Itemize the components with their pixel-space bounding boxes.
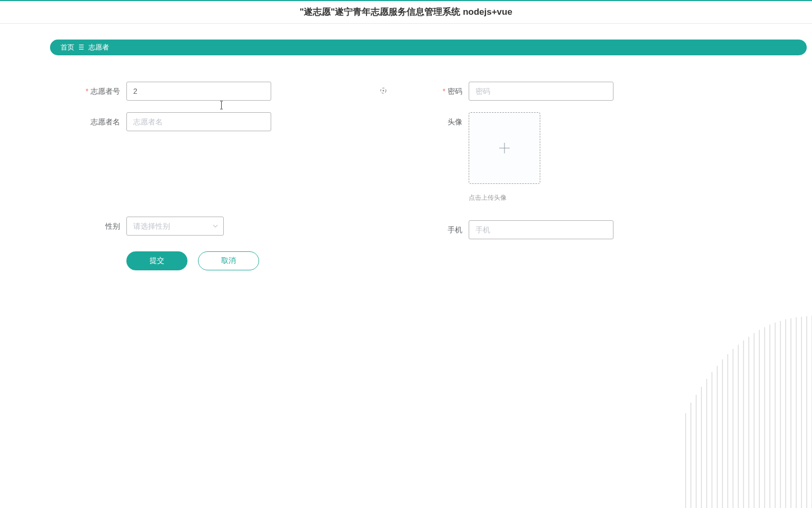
label-volunteer-name: 志愿者名 <box>53 112 126 131</box>
svg-point-4 <box>383 90 384 92</box>
row-phone: 手机 <box>395 220 690 239</box>
gender-select-wrapper[interactable] <box>126 217 224 236</box>
cancel-button[interactable]: 取消 <box>198 251 259 270</box>
header-divider <box>0 23 812 24</box>
form-column-left: *志愿者号 志愿者名 性别 <box>53 82 348 270</box>
phone-input[interactable] <box>469 220 613 239</box>
avatar-upload[interactable] <box>469 112 540 184</box>
form-column-right: *密码 头像 点击上传头像 <box>395 82 690 270</box>
row-volunteer-id: *志愿者号 <box>53 82 348 101</box>
breadcrumb-separator: ☰ <box>78 44 84 51</box>
avatar-upload-hint: 点击上传头像 <box>469 193 507 202</box>
submit-button[interactable]: 提交 <box>126 251 187 270</box>
label-phone: 手机 <box>395 220 469 239</box>
text-cursor-icon <box>220 101 223 110</box>
action-buttons: 提交 取消 <box>126 251 348 270</box>
password-input[interactable] <box>469 82 613 101</box>
label-avatar: 头像 <box>395 112 469 184</box>
label-volunteer-id: *志愿者号 <box>53 82 126 101</box>
required-mark: * <box>86 87 88 95</box>
row-password: *密码 <box>395 82 690 101</box>
plus-icon <box>497 141 512 155</box>
gender-select[interactable] <box>126 217 224 236</box>
breadcrumb-current: 志愿者 <box>88 43 109 52</box>
label-password: *密码 <box>395 82 469 101</box>
loading-icon <box>379 86 388 95</box>
required-mark: * <box>443 87 445 95</box>
row-gender: 性别 <box>53 217 348 236</box>
volunteer-name-input[interactable] <box>126 112 271 131</box>
row-volunteer-name: 志愿者名 <box>53 112 348 131</box>
label-gender: 性别 <box>53 217 126 236</box>
volunteer-id-input[interactable] <box>126 82 271 101</box>
form-container: *志愿者号 志愿者名 性别 <box>0 82 812 270</box>
row-avatar: 头像 点击上传头像 <box>395 112 690 202</box>
breadcrumb: 首页 ☰ 志愿者 <box>50 40 807 55</box>
page-title: "遂志愿"遂宁青年志愿服务信息管理系统 nodejs+vue <box>300 7 512 17</box>
decorative-lines <box>654 297 812 508</box>
breadcrumb-home[interactable]: 首页 <box>61 43 74 52</box>
page-header: "遂志愿"遂宁青年志愿服务信息管理系统 nodejs+vue <box>0 1 812 23</box>
